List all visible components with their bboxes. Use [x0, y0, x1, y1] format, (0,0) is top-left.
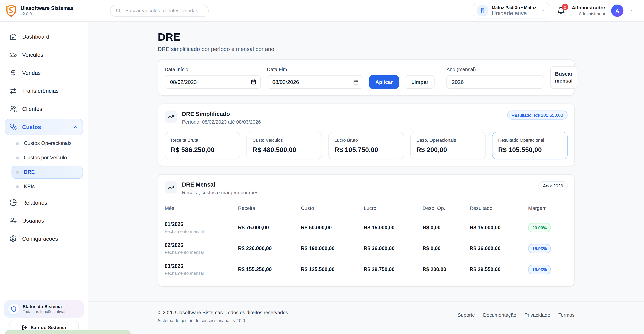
search-monthly-button[interactable]: Buscar mensal: [550, 66, 577, 89]
trending-up-icon: [165, 110, 177, 123]
global-search[interactable]: [110, 5, 209, 16]
cell-receita: R$ 75.000,00: [238, 217, 301, 238]
calendar-icon[interactable]: [353, 79, 358, 85]
sidebar-item-configuracoes[interactable]: Configurações: [5, 230, 83, 247]
cell-lucro: R$ 29.750,00: [364, 259, 422, 280]
stat-value: R$ 105.750,00: [334, 146, 398, 154]
footer-link-suporte[interactable]: Suporte: [458, 312, 475, 318]
sidebar-item-label: Transferências: [22, 88, 58, 94]
margin-badge: 19.03%: [528, 265, 551, 274]
user-role: Administrador: [572, 11, 606, 16]
footer-link-documentacao[interactable]: Documentação: [483, 312, 516, 318]
stat-label: Lucro Bruto: [334, 138, 398, 142]
chevron-up-icon: [72, 124, 78, 130]
car-icon: [10, 51, 17, 58]
topbar-right: Matriz Padrão • Matriz Unidade ativa 2 A…: [473, 3, 644, 18]
cell-custo: R$ 125.500,00: [301, 259, 364, 280]
margin-badge: 15.93%: [528, 244, 551, 253]
start-date-input[interactable]: [169, 78, 248, 86]
sidebar-item-veiculos[interactable]: Veículos: [5, 46, 83, 63]
col-receita: Receita: [238, 201, 301, 217]
stat-value: R$ 200,00: [416, 146, 480, 154]
sidebar-item-usuarios[interactable]: Usuários: [5, 212, 83, 229]
user-info: Administrador Administrador: [572, 5, 606, 16]
row-note: Fechamento mensal: [165, 270, 238, 276]
cell-receita: R$ 226.000,00: [238, 238, 301, 259]
app-logo-icon: [6, 4, 16, 17]
sidebar-item-custos[interactable]: Custos: [5, 119, 83, 135]
chevron-down-icon[interactable]: [629, 8, 635, 14]
sidebar-item-dashboard[interactable]: Dashboard: [5, 28, 83, 45]
col-custo: Custo: [301, 201, 364, 217]
brand-name: Ulasoftware Sistemas: [20, 5, 74, 12]
cell-resultado: R$ 15.000,00: [470, 217, 528, 238]
col-desp-op: Desp. Op.: [422, 201, 470, 217]
footer-link-termos[interactable]: Termos: [558, 312, 574, 318]
row-note: Fechamento mensal: [165, 250, 238, 254]
submenu-item-kpis[interactable]: KPIs: [12, 180, 83, 193]
sidebar-item-label: Dashboard: [22, 34, 49, 40]
row-month: 01/2026: [165, 221, 238, 227]
cell-resultado: R$ 36.000,00: [470, 238, 528, 259]
success-toast: [5, 330, 130, 334]
page-title: DRE: [158, 22, 574, 44]
row-month: 02/2026: [165, 242, 238, 248]
custos-submenu: Custos Operacionais Custos por Veículo D…: [5, 137, 83, 193]
system-status-card: Status do Sistema Todas as funções ativa…: [4, 300, 84, 318]
calendar-icon[interactable]: [251, 79, 256, 85]
unit-name: Matriz Padrão • Matriz: [492, 5, 536, 10]
main-content: DRE DRE simplificado por período e mensa…: [88, 22, 644, 334]
margin-badge: 20.00%: [528, 223, 551, 232]
avatar[interactable]: A: [611, 4, 623, 17]
clear-button[interactable]: Limpar: [405, 75, 435, 89]
footer-link-privacidade[interactable]: Privacidade: [524, 312, 550, 318]
version-text: Sistema de gestão de concessionária - v2…: [158, 318, 290, 323]
dre-mensal-table: Mês Receita Custo Lucro Desp. Op. Result…: [165, 201, 568, 280]
submenu-item-label: DRE: [24, 169, 35, 175]
row-note: Fechamento mensal: [165, 229, 238, 234]
col-resultado: Resultado: [470, 201, 528, 217]
dre-simplificado-card: DRE Simplificado Período: 08/02/2023 até…: [158, 104, 574, 166]
col-margem: Margem: [528, 201, 568, 217]
cell-desp: R$ 0,00: [422, 238, 470, 259]
stat-custo-veiculos: Custo Veículos R$ 480.500,00: [246, 132, 322, 159]
copyright-text: © 2026 Ulasoftware Sistemas. Todos os di…: [158, 310, 290, 316]
table-row: 03/2026 Fechamento mensal R$ 155.250,00 …: [165, 259, 568, 280]
col-mes: Mês: [165, 201, 238, 217]
sidebar-item-label: Custos: [22, 124, 41, 130]
sidebar-item-label: Vendas: [22, 70, 40, 76]
submenu-item-dre[interactable]: DRE: [12, 166, 83, 179]
start-date-field[interactable]: [165, 75, 261, 89]
unit-selector[interactable]: Matriz Padrão • Matriz Unidade ativa: [473, 3, 550, 18]
dollar-icon: [10, 69, 17, 76]
cell-lucro: R$ 15.000,00: [364, 217, 422, 238]
sidebar-item-vendas[interactable]: Vendas: [5, 64, 83, 81]
sidebar-item-clientes[interactable]: Clientes: [5, 101, 83, 117]
end-date-input[interactable]: [272, 78, 350, 86]
sidebar-item-label: Configurações: [22, 236, 58, 242]
logout-icon: [22, 325, 27, 330]
stat-desp-operacionais: Desp. Operacionais R$ 200,00: [410, 132, 486, 159]
notification-count-badge: 2: [562, 4, 568, 10]
year-input[interactable]: [451, 78, 540, 86]
bullet-dot-icon: [16, 171, 19, 174]
notifications-button[interactable]: 2: [557, 6, 565, 15]
sidebar-item-relatorios[interactable]: Relatórios: [5, 194, 83, 211]
stat-value: R$ 105.550,00: [498, 146, 562, 154]
sidebar-item-transferencias[interactable]: Transferências: [5, 82, 83, 99]
stat-receita-bruta: Receita Bruta R$ 586.250,00: [165, 132, 240, 159]
app-window: Ulasoftware Sistemas v2.0.0 Dashboard Ve…: [0, 0, 644, 334]
dre-mensal-card: DRE Mensal Receita, custos e margem por …: [158, 174, 574, 287]
coins-icon: [10, 123, 17, 131]
search-input[interactable]: [124, 8, 203, 14]
submenu-item-custos-por-veiculo[interactable]: Custos por Veículo: [12, 151, 83, 164]
year-field[interactable]: [446, 75, 544, 89]
chevron-down-icon: [540, 8, 546, 14]
submenu-item-custos-operacionais[interactable]: Custos Operacionais: [12, 137, 83, 150]
section-title: DRE Mensal: [182, 181, 258, 188]
apply-button[interactable]: Aplicar: [369, 75, 399, 89]
end-date-field[interactable]: [267, 75, 363, 89]
submenu-item-label: KPIs: [24, 184, 35, 190]
sidebar-item-label: Usuários: [22, 218, 44, 224]
end-date-label: Data Fim: [267, 66, 363, 72]
